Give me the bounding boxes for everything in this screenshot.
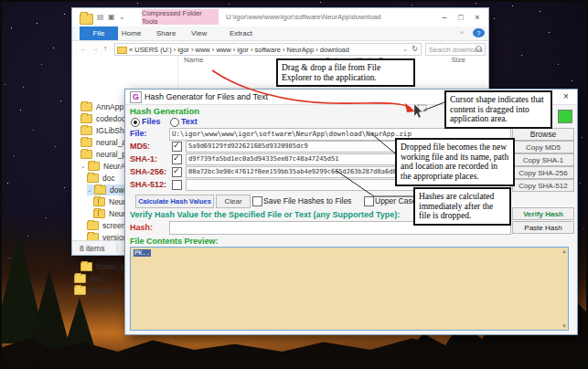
files-radio[interactable] bbox=[131, 118, 140, 127]
help-icon[interactable]: ? bbox=[473, 28, 485, 37]
preview-selected-text: PK.. bbox=[134, 249, 151, 257]
callout-drag-drop: Drag & drop a file from File Explorer to… bbox=[276, 58, 415, 87]
tab-view[interactable]: View bbox=[186, 26, 212, 40]
browse-button[interactable]: Browse bbox=[512, 128, 574, 141]
folder-icon bbox=[117, 47, 127, 54]
folder-icon bbox=[94, 185, 106, 195]
hash-label-md5: MD5: bbox=[130, 142, 170, 151]
folder-icon bbox=[87, 174, 99, 183]
tab-file[interactable]: File bbox=[80, 26, 118, 40]
tree-item-inverse[interactable]: inverse bbox=[74, 285, 114, 296]
column-header-size[interactable]: Size bbox=[429, 56, 465, 64]
copy-button-sha512[interactable]: Copy SHA-512 bbox=[512, 179, 574, 192]
folder-icon bbox=[80, 126, 92, 135]
folder-icon bbox=[80, 114, 92, 123]
upper-case-checkbox[interactable] bbox=[364, 196, 374, 206]
close-button[interactable]: × bbox=[470, 10, 485, 24]
calculate-hash-button[interactable]: Calculate Hash Values bbox=[135, 195, 214, 208]
hash-window-title: Hash Generator for Files and Text bbox=[144, 92, 268, 101]
hash-app-icon: G bbox=[130, 91, 142, 103]
copy-button-md5[interactable]: Copy MD5 bbox=[512, 141, 574, 153]
hash-generation-label: Hash Generation bbox=[130, 106, 199, 116]
drop-indicator bbox=[558, 110, 572, 123]
zip-folder-icon bbox=[93, 197, 105, 206]
tree-item-annapp[interactable]: AnnApp bbox=[80, 101, 123, 112]
qat-properties-icon[interactable]: ▤ bbox=[97, 13, 104, 21]
hash-label-sha256: SHA-256: bbox=[130, 167, 170, 176]
breadcrumb[interactable]: « USERS (U:) › igor › www › www › igor ›… bbox=[114, 43, 422, 56]
files-radio-label[interactable]: Files bbox=[142, 117, 161, 126]
tab-home[interactable]: Home bbox=[116, 26, 146, 40]
verify-hash-button[interactable]: Verify Hash bbox=[512, 207, 574, 220]
expand-chevron-icon[interactable]: ⌄ bbox=[87, 186, 92, 194]
expand-chevron-icon[interactable]: ⌄ bbox=[80, 163, 86, 170]
explorer-titlebar[interactable]: ▤ ▣ ⌄ Compressed Folder Tools U:\igor\ww… bbox=[72, 8, 488, 26]
folder-icon bbox=[80, 262, 92, 271]
ribbon-collapse-chevron-icon[interactable]: ^ bbox=[454, 26, 469, 40]
folder-icon bbox=[74, 286, 86, 295]
hash-checkbox-md5[interactable] bbox=[172, 142, 182, 152]
scroll-down-icon[interactable]: ▼ bbox=[561, 323, 567, 329]
hash-checkbox-sha512[interactable] bbox=[172, 180, 182, 190]
callout-cursor-shape: Cursor shape indicates that content is d… bbox=[444, 90, 552, 129]
tree-item-codedoc[interactable]: codedoc bbox=[80, 113, 125, 124]
tab-share[interactable]: Share bbox=[151, 26, 181, 40]
callout-hashes-calculated: Hashes are calculated immediately after … bbox=[413, 187, 511, 226]
maximize-button[interactable]: □ bbox=[454, 10, 468, 24]
folder-icon bbox=[80, 138, 92, 147]
copy-button-sha256[interactable]: Copy SHA-256 bbox=[512, 166, 574, 179]
tree-item-label: doc bbox=[102, 174, 115, 183]
ribbon-tab-bar: File Home Share View Extract ^ ? bbox=[72, 26, 488, 41]
search-input[interactable]: Search download bbox=[425, 43, 486, 56]
hash-input-label: Hash: bbox=[130, 223, 153, 232]
minimize-button[interactable]: – bbox=[437, 10, 452, 24]
folder-icon bbox=[80, 150, 92, 159]
hash-checkbox-sha1[interactable] bbox=[172, 154, 182, 164]
paste-hash-button[interactable]: Paste Hash bbox=[512, 221, 574, 234]
file-label: File: bbox=[130, 129, 147, 138]
zip-folder-icon bbox=[93, 209, 105, 218]
contextual-tab-header: Compressed Folder Tools bbox=[142, 9, 219, 25]
search-placeholder: Search download bbox=[429, 46, 482, 54]
tree-item-label: AnnApp bbox=[96, 102, 123, 111]
copy-button-sha1[interactable]: Copy SHA-1 bbox=[512, 153, 574, 166]
preview-label: File Contents Preview: bbox=[130, 237, 219, 246]
hash-label-sha1: SHA-1: bbox=[130, 154, 170, 163]
breadcrumb-path[interactable]: « USERS (U:) › igor › www › www › igor ›… bbox=[129, 46, 349, 54]
forward-icon[interactable]: → bbox=[91, 44, 99, 53]
folder-icon bbox=[88, 162, 100, 171]
status-divider: | bbox=[116, 243, 118, 252]
save-hashes-label[interactable]: Save File Hashes to Files bbox=[263, 196, 351, 206]
tree-item-invc[interactable]: invc bbox=[74, 273, 103, 284]
clear-button[interactable]: Clear bbox=[216, 195, 251, 208]
status-item-count: 8 items bbox=[80, 244, 104, 253]
back-icon[interactable]: ← bbox=[80, 44, 88, 53]
hash-checkbox-sha256[interactable] bbox=[172, 167, 182, 177]
tab-extract[interactable]: Extract bbox=[224, 26, 258, 40]
address-dropdown-icon[interactable]: ⌄ bbox=[402, 46, 408, 53]
text-radio-label[interactable]: Text bbox=[181, 117, 198, 126]
window-title-path: U:\igor\www\www\igor\software\NeurApp\do… bbox=[226, 13, 381, 21]
address-bar: ← → ↑ « USERS (U:) › igor › www › www › … bbox=[72, 41, 488, 57]
search-icon[interactable] bbox=[476, 46, 482, 52]
text-radio[interactable] bbox=[170, 118, 179, 127]
starfield bbox=[0, 0, 1, 1]
folder-icon bbox=[74, 274, 86, 283]
scroll-up-icon[interactable]: ▲ bbox=[561, 248, 567, 254]
callout-dropped-file: Dropped file becomes the new working fil… bbox=[395, 138, 515, 186]
qat-newfolder-icon[interactable]: ▣ bbox=[108, 13, 115, 21]
save-hashes-checkbox[interactable] bbox=[252, 196, 262, 206]
close-icon[interactable]: × bbox=[560, 91, 572, 102]
column-header-name[interactable]: Name bbox=[184, 56, 203, 64]
tree-item-label: inverse bbox=[90, 286, 114, 295]
upper-case-label[interactable]: Upper Case bbox=[375, 196, 416, 206]
tree-item-doc[interactable]: doc bbox=[87, 173, 115, 184]
refresh-icon[interactable]: ↻ bbox=[412, 45, 418, 53]
desktop: ▤ ▣ ⌄ Compressed Folder Tools U:\igor\ww… bbox=[0, 0, 588, 369]
tree-item-label: codedoc bbox=[96, 114, 125, 123]
folder-icon bbox=[87, 221, 99, 230]
qat-customize-icon[interactable]: ⌄ bbox=[119, 13, 125, 21]
file-contents-preview[interactable]: PK.. ▲ ▼ bbox=[130, 247, 569, 331]
up-icon[interactable]: ↑ bbox=[103, 44, 107, 53]
verify-heading: Verify Hash Value for the Specified File… bbox=[130, 210, 400, 219]
